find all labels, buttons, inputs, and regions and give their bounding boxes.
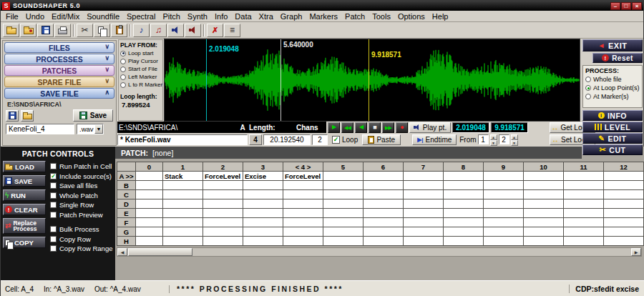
patch-cell-F9[interactable] — [484, 218, 524, 227]
patch-cell-G3[interactable] — [243, 227, 283, 237]
patch-cell-F7[interactable] — [404, 218, 444, 227]
column-header-6[interactable]: 6 — [364, 162, 404, 172]
to-spinner[interactable]: ▲▼ — [511, 134, 518, 144]
section-save-file[interactable]: SAVE FILE ∧ — [4, 88, 114, 99]
column-header-11[interactable]: 11 — [564, 162, 604, 172]
patch-cell-G1[interactable] — [163, 227, 203, 237]
patch-cell-C5[interactable] — [323, 190, 364, 199]
patch-cell-H6[interactable] — [364, 237, 404, 246]
menu-item-options[interactable]: Options — [394, 12, 429, 21]
loop-marker-line[interactable] — [369, 39, 369, 121]
section-processes[interactable]: PROCESSES ∨ — [4, 54, 114, 64]
minimize-button[interactable]: – — [610, 2, 620, 10]
endtime-button[interactable]: ▶| Endtime — [412, 134, 457, 145]
patch-cell-C6[interactable] — [364, 190, 404, 199]
from-spinner[interactable]: ▲▼ — [490, 134, 497, 144]
patch-cell-D2[interactable] — [203, 199, 243, 209]
patch-cell-H5[interactable] — [323, 237, 364, 246]
menu-item-help[interactable]: Help — [429, 12, 452, 21]
loud-speaker-toolbar-button[interactable] — [185, 24, 201, 37]
patch-cell-B2[interactable] — [203, 181, 243, 190]
spinner-up-icon[interactable]: ▲ — [490, 134, 497, 140]
stop-button[interactable]: ■ — [369, 122, 381, 133]
edit-button[interactable]: ✎ EDIT — [582, 133, 643, 144]
patch-cell-H4[interactable] — [283, 237, 323, 246]
patch-cell-C9[interactable] — [484, 190, 524, 199]
chevron-down-icon[interactable]: ▼ — [94, 124, 103, 134]
column-header-1[interactable]: 1 — [163, 162, 203, 172]
patch-cell-F4[interactable] — [283, 218, 323, 227]
patch-cell-A3[interactable]: Excise — [243, 172, 283, 181]
close-button[interactable]: × — [632, 2, 642, 10]
section-files[interactable]: FILES ∨ — [4, 42, 114, 53]
save-button[interactable]: Save — [73, 109, 113, 122]
play-button[interactable]: ▶ — [328, 122, 340, 133]
paste-button[interactable]: Paste — [362, 134, 401, 145]
menu-item-spectral[interactable]: Spectral — [123, 12, 159, 21]
column-header-10[interactable]: 10 — [524, 162, 564, 172]
menu-item-data[interactable]: Data — [231, 12, 255, 21]
spinner-down-icon[interactable]: ▼ — [511, 140, 518, 146]
rewind-button[interactable]: ◀ — [355, 122, 367, 133]
save-as-button[interactable] — [6, 110, 19, 122]
patch-cell-D5[interactable] — [323, 199, 364, 209]
patch-cell-G10[interactable] — [524, 227, 564, 237]
patch-cell-B0[interactable] — [136, 181, 163, 190]
row-header-D[interactable]: D — [117, 199, 136, 209]
checkbox-save-all-files[interactable]: Save all files — [50, 181, 113, 191]
save-patch-button[interactable]: SAVE — [3, 175, 46, 187]
patch-cell-H12[interactable] — [604, 237, 644, 246]
patch-cell-F0[interactable] — [136, 218, 163, 227]
patch-cell-C0[interactable] — [136, 190, 163, 199]
patch-cell-F1[interactable] — [163, 218, 203, 227]
checkbox-patch-preview[interactable]: Patch Preview — [50, 210, 113, 220]
patch-cell-F11[interactable] — [564, 218, 604, 227]
patch-cell-H3[interactable] — [243, 237, 283, 246]
row-header-F[interactable]: F — [117, 218, 136, 227]
patch-cell-G0[interactable] — [136, 227, 163, 237]
patch-cell-E2[interactable] — [203, 209, 243, 218]
patch-cell-B8[interactable] — [444, 181, 484, 190]
patch-cell-D3[interactable] — [243, 199, 283, 209]
save-file-toolbar-button[interactable] — [37, 24, 54, 37]
patch-cell-C10[interactable] — [524, 190, 564, 199]
patch-cell-D4[interactable] — [283, 199, 323, 209]
copy-patch-button[interactable]: COPY — [3, 237, 46, 248]
extension-select[interactable]: .wav ▼ — [77, 124, 104, 134]
column-header-5[interactable]: 5 — [323, 162, 364, 172]
patch-cell-G6[interactable] — [364, 227, 404, 237]
patch-cell-F12[interactable] — [604, 218, 644, 227]
patch-cell-F5[interactable] — [323, 218, 364, 227]
row-header-B[interactable]: B — [117, 181, 136, 190]
patch-cell-A5[interactable] — [323, 172, 364, 181]
browse-folder-button[interactable] — [21, 110, 34, 122]
play-from-options-l-to-r-marker[interactable]: L to R Marker — [120, 81, 161, 89]
checkbox-bulk-process[interactable]: Bulk Process — [50, 225, 113, 235]
column-header-7[interactable]: 7 — [404, 162, 444, 172]
patch-cell-F2[interactable] — [203, 218, 243, 227]
patch-cell-B3[interactable] — [243, 181, 283, 190]
forward-button[interactable]: ▶▶ — [382, 122, 394, 133]
patch-cell-C3[interactable] — [243, 190, 283, 199]
patch-cell-A4[interactable]: ForceLevel — [283, 172, 323, 181]
patch-cell-B4[interactable] — [283, 181, 323, 190]
clear-patch-button[interactable]: ! CLEAR — [3, 204, 46, 215]
paste-toolbar-button[interactable] — [111, 24, 127, 37]
column-header-0[interactable]: 0 — [136, 162, 163, 172]
loop-end-field[interactable]: 9.918571 — [491, 122, 528, 133]
scrollbar-thumb[interactable] — [128, 248, 192, 256]
patch-cell-D6[interactable] — [364, 199, 404, 209]
checkbox-copy-row-range[interactable]: Copy Row Range — [50, 244, 113, 254]
play-from-options-start-of-file[interactable]: Start of File — [120, 65, 161, 73]
patch-cell-E0[interactable] — [136, 209, 163, 218]
play-point-button[interactable]: Play pt. — [409, 122, 451, 133]
current-filename[interactable]: * KeneFoli.wav — [117, 134, 248, 145]
patch-cell-D7[interactable] — [404, 199, 444, 209]
cut-toolbar-button[interactable]: ✂ — [77, 24, 93, 37]
row-header-H[interactable]: H — [117, 237, 136, 246]
reset-button[interactable]: ! Reset — [592, 53, 643, 63]
scroll-left-icon[interactable]: ◀ — [117, 248, 127, 256]
patch-cell-E3[interactable] — [243, 209, 283, 218]
patch-cell-A9[interactable] — [484, 172, 524, 181]
patch-cell-A12[interactable] — [604, 172, 644, 181]
